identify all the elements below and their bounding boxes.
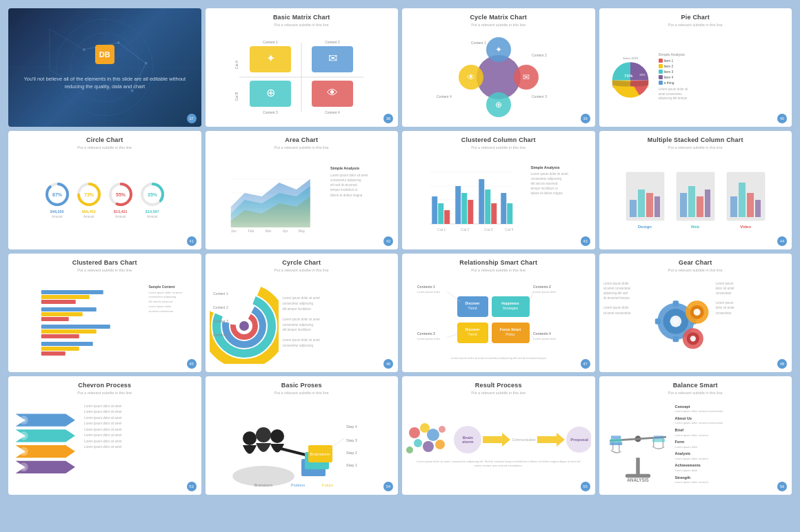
badge-53: 53 [187, 482, 197, 491]
svg-text:Contents 4: Contents 4 [533, 331, 551, 336]
pie-title: Pie Chart [681, 14, 710, 21]
svg-text:Happiness: Happiness [501, 301, 519, 305]
svg-text:Discover: Discover [465, 301, 479, 305]
svg-text:✉: ✉ [523, 72, 530, 82]
relationship-title: Relationship Smart Chart [459, 259, 537, 266]
result-process-content: Brainstorm Communication Proposal Lore [406, 398, 591, 492]
badge-41: 41 [187, 236, 197, 246]
svg-text:Step 4: Step 4 [346, 424, 357, 429]
balance-subtitle: Put a relevant subtitle in this line [668, 391, 723, 395]
svg-text:Jan: Jan [230, 229, 236, 233]
svg-line-148 [530, 291, 533, 302]
result-process-card: Result Process Put a relevant subtitle i… [402, 376, 595, 495]
chevron-title: Chevron Process [78, 382, 131, 389]
basic-matrix-card: Basic Matrix Chart Put a relevant subtit… [206, 8, 399, 127]
area-analysis: Simple Analysis Lorem ipsum dolor sit am… [330, 165, 392, 234]
svg-text:73%: 73% [84, 192, 94, 197]
svg-text:Contents 1: Contents 1 [417, 285, 435, 289]
circle-item-1: 87% $48,200 Amount [43, 181, 71, 218]
svg-text:Cat 3: Cat 3 [484, 227, 492, 232]
balance-card: Balance Smart Put a relevant subtitle in… [599, 376, 792, 495]
svg-text:29%: 29% [639, 73, 646, 76]
svg-rect-103 [747, 193, 754, 217]
svg-text:Cat 2: Cat 2 [461, 227, 469, 232]
cluster-analysis-title: Simple Analysis [531, 165, 590, 170]
svg-text:Video: Video [740, 225, 752, 229]
svg-point-203 [406, 447, 413, 453]
pie-subtitle: Put a relevant subtitle in this line [668, 23, 723, 27]
svg-text:Content 2: Content 2 [213, 305, 228, 309]
gear-card: Gear Chart Put a relevant subtitle in th… [599, 254, 792, 372]
cyrcle-chart-subtitle: Put a relevant subtitle in this line [274, 268, 329, 272]
cyrcle-chart-content: Content 1 Content 2 Content 3 Content 4 … [210, 275, 394, 369]
svg-text:Content 4: Content 4 [213, 333, 228, 337]
circle-item-4: 35% $19,587 Amount [139, 181, 166, 218]
svg-text:⚙: ⚙ [22, 449, 26, 453]
badge-40: 40 [777, 114, 787, 123]
circle-chart-title: Circle Chart [86, 136, 123, 143]
svg-text:Content 3: Content 3 [532, 94, 547, 99]
svg-text:Lorem ipsum dolor: Lorem ipsum dolor [417, 290, 441, 294]
svg-rect-207 [636, 458, 639, 476]
svg-text:Design: Design [638, 225, 652, 229]
svg-text:Feb: Feb [248, 229, 254, 233]
circle-chart-subtitle: Put a relevant subtitle in this line [77, 145, 132, 150]
svg-rect-215 [610, 436, 621, 439]
svg-text:⚙: ⚙ [22, 418, 26, 422]
cycle-matrix-content: ✦ ✉ ⊕ 👁 Content 1 Content 2 Content 3 Co… [406, 30, 591, 124]
svg-text:Strategies: Strategies [502, 306, 518, 310]
circle-val-1: $48,200 [50, 209, 64, 214]
svg-rect-104 [755, 200, 761, 217]
cbar-text: Lorem ipsum dolor sit ametconsectetur ad… [149, 291, 197, 314]
chevron-text: Lorem ipsum dolor sit ametLorem ipsum do… [84, 404, 197, 487]
circle-val-3: $13,421 [114, 209, 128, 214]
svg-rect-71 [438, 203, 443, 224]
svg-text:Lorem ipsum dolor: Lorem ipsum dolor [533, 290, 557, 294]
achievements-text: Lorem ipsum dolor [675, 469, 788, 473]
proposal-bubble: Proposal [566, 427, 590, 453]
svg-point-122 [239, 321, 249, 331]
badge-56: 56 [777, 482, 787, 491]
svg-rect-157 [654, 318, 660, 324]
basic-proses-subtitle: Put a relevant subtitle in this line [274, 391, 329, 395]
svg-line-184 [281, 449, 308, 456]
area-chart-card: Area Chart Put a relevant subtitle in th… [206, 131, 399, 249]
svg-text:⚙: ⚙ [690, 336, 694, 341]
achievements-label: Achievements [675, 462, 788, 469]
svg-text:Mar: Mar [265, 229, 271, 233]
svg-text:Cat 4: Cat 4 [505, 227, 513, 232]
intro-card: DB You'll not believe all of the element… [8, 8, 201, 127]
svg-rect-72 [444, 210, 450, 224]
circle-chart-card: Circle Chart Put a relevant subtitle in … [8, 131, 201, 249]
svg-rect-107 [41, 295, 90, 299]
basic-proses-content: Brainstorm Step 4 Step 3 Step 2 Step 1 B… [210, 398, 394, 492]
multiple-stacked-subtitle: Put a relevant subtitle in this line [668, 145, 723, 150]
basic-proses-card: Basic Proses Put a relevant subtitle in … [206, 376, 399, 495]
svg-text:👁: 👁 [327, 87, 338, 99]
svg-rect-97 [705, 190, 710, 217]
svg-text:Step 3: Step 3 [346, 438, 357, 442]
clustered-bars-content: Sample Content Lorem ipsum dolor sit ame… [12, 275, 197, 369]
svg-text:Trend: Trend [468, 306, 477, 310]
badge-44: 44 [777, 236, 787, 246]
svg-text:71%: 71% [624, 73, 633, 78]
gear-content: Lorem ipsum dolorsit amet consecteturadi… [603, 275, 788, 369]
pie-legend: Item 1 Item 2 Item 3 Item 4 a thing [659, 59, 688, 85]
svg-point-197 [409, 427, 420, 438]
svg-text:Content 3: Content 3 [263, 110, 278, 114]
result-process-title: Result Process [475, 382, 522, 389]
svg-text:Discover: Discover [465, 327, 479, 331]
svg-rect-106 [41, 290, 103, 294]
cyrcle-chart-title: Cyrcle Chart [282, 259, 321, 266]
intro-logo: DB [95, 45, 114, 64]
svg-text:Apr: Apr [282, 229, 288, 233]
svg-text:Content 4: Content 4 [325, 110, 340, 114]
gear-right-text: Lorem ipsumdolor sit ametconsectetur Lor… [716, 281, 747, 364]
svg-text:⚙: ⚙ [672, 317, 679, 325]
form-label: Form [675, 439, 788, 445]
clustered-bars-subtitle: Put a relevant subtitle in this line [77, 268, 132, 272]
svg-rect-111 [41, 317, 69, 321]
svg-marker-206 [537, 433, 565, 447]
svg-rect-75 [468, 200, 473, 224]
circle-lbl-4: Amount [147, 215, 158, 218]
